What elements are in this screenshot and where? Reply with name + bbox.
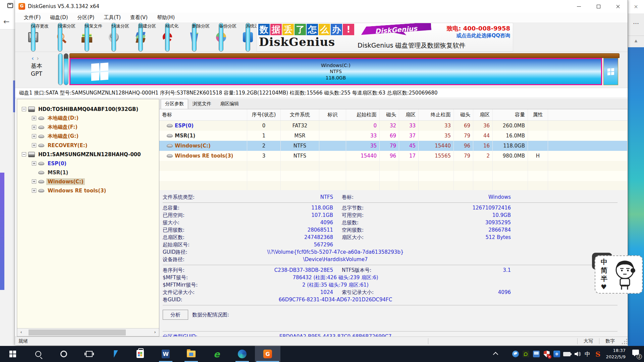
detail-value: \\?\Volume{fcf0fc5b-5207-47ce-a60a-7da61… — [163, 249, 508, 255]
ime-language-indicator[interactable]: 中 — [584, 350, 591, 358]
microsoft-store-button[interactable] — [127, 346, 153, 362]
tree-horizontal-scrollbar[interactable]: ‹ › — [17, 328, 159, 336]
notification-center-button[interactable]: 2 — [631, 349, 641, 359]
partition-segment-esp[interactable] — [58, 53, 63, 85]
ad-banner[interactable]: 数据丢了怎么办! DiskGenius DiskGenius 致电: 400-0… — [257, 23, 513, 52]
expander-minus-icon[interactable] — [22, 152, 26, 157]
partition-row-2[interactable]: Windows(C:)2NTFS357945154409616118.0GB — [159, 141, 628, 151]
expander-plus-icon[interactable] — [32, 143, 36, 147]
expander-plus-icon[interactable] — [32, 179, 36, 184]
maximize-button[interactable] — [589, 0, 608, 13]
col-header-5[interactable]: 磁头 — [380, 109, 399, 120]
toolbar-delete-button[interactable]: 删除分区 — [181, 23, 208, 52]
partition-row-0[interactable]: ESP(0)0FAT3203233336936260.0MB — [159, 121, 628, 131]
tab-0[interactable]: 分区参数 — [161, 99, 188, 109]
resize-grip[interactable] — [620, 337, 628, 345]
antivirus-check-icon[interactable] — [501, 350, 509, 358]
internet-explorer-button[interactable]: e — [204, 346, 229, 362]
cell-filler — [548, 151, 628, 161]
security-shield-icon[interactable]: ✕ — [543, 350, 550, 358]
volume-icon[interactable] — [574, 350, 581, 358]
edge-button[interactable] — [229, 346, 255, 362]
tab-1[interactable]: 浏览文件 — [188, 99, 216, 109]
col-header-11[interactable]: 属性 — [528, 109, 548, 120]
expander-plus-icon[interactable] — [32, 116, 36, 120]
col-header-6[interactable]: 扇区 — [399, 109, 419, 120]
menu-item-4[interactable]: 查看(V) — [125, 13, 152, 22]
diskgenius-taskbar-button[interactable]: G — [255, 346, 280, 362]
tray-expand-chevron-icon[interactable] — [493, 351, 498, 357]
toolbar-save-button[interactable]: 保存更改 — [20, 23, 47, 52]
col-header-3[interactable]: 标识 — [319, 109, 346, 120]
thunder-app-button[interactable] — [102, 346, 127, 362]
toolbar-quick-button[interactable]: 快速分区 — [100, 23, 127, 52]
file-explorer-button[interactable] — [178, 346, 204, 362]
nvidia-icon[interactable] — [522, 350, 530, 358]
next-disk-arrow[interactable]: › — [37, 55, 42, 62]
menu-item-3[interactable]: 工具(T) — [99, 13, 125, 22]
toolbar-new-button[interactable]: 新建分区 — [127, 23, 154, 52]
tree-item-8[interactable]: Windows(C:) — [17, 177, 159, 186]
tree-item-4[interactable]: RECOVERY(E:) — [17, 141, 159, 150]
col-header-4[interactable]: 起始柱面 — [346, 109, 380, 120]
menu-item-2[interactable]: 分区(P) — [73, 13, 99, 22]
task-view-button[interactable] — [76, 346, 102, 362]
partition-row-3[interactable]: Windows RE tools(3)3NTFS1544096171556579… — [159, 151, 628, 161]
cell-3-2 — [319, 151, 346, 161]
scroll-right-arrow[interactable]: › — [151, 328, 159, 337]
tab-2[interactable]: 扇区编辑 — [216, 99, 243, 109]
expander-plus-icon[interactable] — [32, 125, 36, 129]
tree-item-9[interactable]: Windows RE tools(3) — [17, 186, 159, 195]
tree-item-7[interactable]: MSR(1) — [17, 168, 159, 177]
prev-disk-arrow[interactable]: ‹ — [32, 55, 37, 62]
menu-item-5[interactable]: 帮助(H) — [152, 13, 179, 22]
tree-item-0[interactable]: HD0:TOSHIBAMQ04ABF100(932GB) — [17, 105, 159, 114]
expander-plus-icon[interactable] — [32, 188, 36, 193]
col-header-9[interactable]: 扇区 — [473, 109, 493, 120]
tree-item-5[interactable]: HD1:SAMSUNGMZNLN128HAHQ-000 — [17, 150, 159, 159]
tree-item-6[interactable]: ESP(0) — [17, 159, 159, 168]
col-header-0[interactable]: 卷标 — [159, 109, 247, 120]
battery-icon[interactable] — [563, 350, 571, 358]
menu-item-0[interactable]: 文件(F) — [19, 13, 45, 22]
expander-plus-icon[interactable] — [32, 134, 36, 138]
expander-minus-icon[interactable] — [22, 107, 26, 111]
cortana-button[interactable] — [51, 346, 76, 362]
word-button[interactable]: W — [153, 346, 178, 362]
cortana-icon — [60, 351, 67, 357]
partition-segment-re-tools[interactable] — [603, 58, 618, 85]
toolbar-recover-button[interactable]: 恢复文件 — [73, 23, 100, 52]
col-header-7[interactable]: 终止柱面 — [419, 109, 454, 120]
snowflake-app-icon[interactable]: ❄ — [553, 351, 560, 357]
search-icon — [35, 351, 41, 357]
cell-3-8: 2 — [473, 151, 493, 161]
col-header-10[interactable]: 容量 — [493, 109, 528, 120]
analyze-button[interactable]: 分析 — [163, 310, 188, 320]
ime-floating-panel[interactable]: 中简半♥ — [595, 255, 643, 294]
col-header-2[interactable]: 文件系统 — [281, 109, 319, 120]
partition-row-1[interactable]: MSR(1)1MSR33693735794416.0MB — [159, 131, 628, 141]
sogou-icon[interactable]: S — [594, 350, 602, 358]
menu-item-1[interactable]: 磁盘(D) — [45, 13, 72, 22]
tree-item-2[interactable]: 本地磁盘(F:) — [17, 123, 159, 132]
tree-item-1[interactable]: 本地磁盘(D:) — [17, 114, 159, 123]
toolbar-search-button[interactable]: 搜索分区 — [47, 23, 73, 52]
remote-pc-icon[interactable] — [533, 350, 540, 358]
start-button[interactable] — [0, 346, 25, 362]
messenger-icon[interactable] — [512, 350, 519, 358]
toolbar-format-button[interactable]: 格式化 — [154, 23, 181, 52]
ad-qq-link[interactable]: 或点击此处选择QQ咨询 — [456, 33, 510, 39]
scroll-left-arrow[interactable]: ‹ — [17, 328, 25, 337]
taskbar-search-button[interactable] — [25, 346, 51, 362]
toolbar-backup-button[interactable]: 备份分区 — [208, 23, 234, 52]
col-header-1[interactable]: 序号(状态) — [247, 109, 281, 120]
partition-segment-windows-c[interactable]: Windows(C:) NTFS 118.0GB — [69, 58, 602, 85]
col-header-8[interactable]: 磁头 — [454, 109, 473, 120]
expander-plus-icon[interactable] — [32, 161, 36, 166]
scrollbar-thumb[interactable] — [29, 329, 126, 336]
taskbar-clock[interactable]: 18:372022/5/9 — [605, 348, 628, 360]
close-button[interactable] — [608, 0, 628, 13]
tree-item-3[interactable]: 本地磁盘(G:) — [17, 132, 159, 141]
minimize-button[interactable] — [569, 0, 589, 13]
partition-segment-msr[interactable] — [64, 53, 68, 85]
